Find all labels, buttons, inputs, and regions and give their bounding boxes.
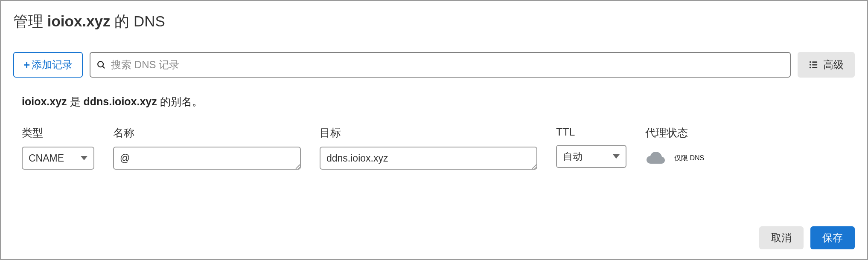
form-footer: 取消 保存 — [13, 226, 855, 249]
ttl-select[interactable]: 自动 — [556, 145, 626, 168]
svg-rect-5 — [812, 61, 817, 63]
svg-line-1 — [103, 66, 105, 68]
alias-domain: ioiox.xyz — [22, 95, 67, 107]
chevron-down-icon — [81, 156, 87, 160]
field-target: 目标 — [320, 126, 537, 170]
type-value: CNAME — [29, 153, 64, 164]
title-suffix: 的 DNS — [111, 13, 165, 29]
alias-target: ddns.ioiox.xyz — [84, 95, 157, 107]
toolbar: + 添加记录 高级 — [13, 52, 855, 78]
svg-rect-6 — [812, 64, 817, 66]
target-input[interactable] — [320, 147, 537, 170]
type-label: 类型 — [22, 126, 94, 140]
chevron-down-icon — [613, 154, 620, 159]
type-select[interactable]: CNAME — [22, 147, 94, 170]
svg-point-4 — [810, 67, 811, 69]
advanced-label: 高级 — [823, 58, 844, 72]
svg-rect-7 — [812, 67, 817, 68]
name-label: 名称 — [113, 126, 301, 140]
field-proxy: 代理状态 仅限 DNS — [645, 126, 704, 170]
svg-point-2 — [810, 61, 811, 63]
ttl-label: TTL — [556, 126, 626, 138]
search-input[interactable] — [111, 59, 784, 71]
alias-suffix: 的别名。 — [157, 95, 203, 107]
save-button[interactable]: 保存 — [810, 226, 855, 249]
search-input-wrap[interactable] — [90, 52, 791, 78]
field-name: 名称 — [113, 126, 301, 170]
cancel-button[interactable]: 取消 — [759, 226, 804, 249]
add-record-label: 添加记录 — [32, 58, 73, 72]
dns-manage-panel: 管理 ioiox.xyz 的 DNS + 添加记录 高级 — [0, 0, 868, 260]
title-domain: ioiox.xyz — [47, 13, 111, 29]
svg-point-3 — [810, 64, 811, 66]
alias-description: ioiox.xyz 是 ddns.ioiox.xyz 的别名。 — [22, 95, 855, 109]
record-form: 类型 CNAME 名称 目标 TTL 自动 — [13, 126, 855, 170]
list-icon — [809, 60, 818, 69]
field-ttl: TTL 自动 — [556, 126, 626, 168]
target-label: 目标 — [320, 126, 537, 140]
plus-icon: + — [23, 59, 30, 70]
proxy-value: 仅限 DNS — [674, 154, 704, 163]
proxy-label: 代理状态 — [645, 126, 704, 140]
cloud-icon — [645, 151, 666, 165]
svg-point-0 — [98, 61, 103, 67]
proxy-status-toggle[interactable]: 仅限 DNS — [645, 147, 704, 170]
search-icon — [96, 60, 106, 69]
add-record-button[interactable]: + 添加记录 — [13, 52, 83, 78]
alias-mid: 是 — [67, 95, 84, 107]
advanced-button[interactable]: 高级 — [798, 52, 855, 78]
page-title: 管理 ioiox.xyz 的 DNS — [13, 12, 855, 32]
title-prefix: 管理 — [13, 13, 47, 29]
ttl-value: 自动 — [563, 150, 583, 163]
name-input[interactable] — [113, 147, 301, 170]
field-type: 类型 CNAME — [22, 126, 94, 170]
